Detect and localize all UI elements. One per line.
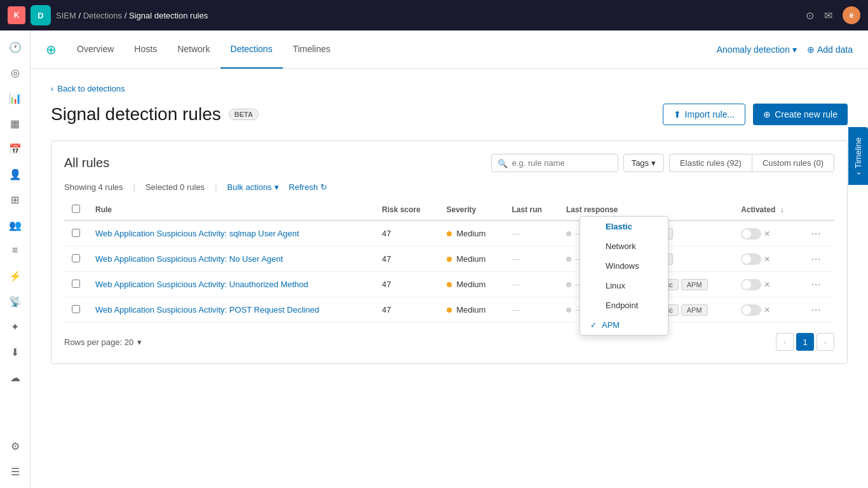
sidebar-icon-plug[interactable]: ⚡ — [4, 264, 27, 287]
rule-name-link[interactable]: Web Application Suspicious Activity: sql… — [95, 229, 299, 238]
create-new-rule-button[interactable]: ⊕ Create new rule — [753, 104, 848, 125]
rule-name-link[interactable]: Web Application Suspicious Activity: Una… — [95, 280, 308, 289]
row-checkbox[interactable] — [72, 229, 80, 237]
select-all-checkbox[interactable] — [72, 205, 80, 213]
page-1-button[interactable]: 1 — [796, 333, 814, 351]
user-avatar[interactable]: e — [843, 6, 860, 24]
sidebar-icon-circle[interactable]: ◎ — [4, 61, 27, 84]
tag-badge: APM — [681, 304, 708, 316]
activated-toggle[interactable] — [741, 228, 761, 240]
severity-indicator — [447, 257, 452, 262]
import-rule-button[interactable]: ⬆ Import rule... — [663, 104, 746, 125]
topbar: K D SIEM / Detections / Signal detection… — [0, 0, 868, 30]
sidebar-icon-calendar[interactable]: 📅 — [4, 137, 27, 160]
sidebar-icon-grid[interactable]: ⊞ — [4, 188, 27, 211]
dropdown-item[interactable]: ✓APM — [580, 315, 668, 335]
severity-column-header: Severity — [439, 200, 505, 220]
rules-card: All rules 🔍 Tags ▾ Elastic rules (92) — [51, 140, 848, 364]
dropdown-item[interactable]: Windows — [580, 256, 668, 276]
rule-count-tabs: Elastic rules (92) Custom rules (0) — [669, 154, 834, 172]
tab-network[interactable]: Network — [167, 30, 220, 69]
sidebar-icon-download[interactable]: ⬇ — [4, 341, 27, 363]
sidebar-icon-clock[interactable]: 🕐 — [4, 36, 27, 58]
dropdown-item[interactable]: Endpoint — [580, 295, 668, 315]
showing-rules-label: Showing 4 rules — [64, 182, 123, 192]
activated-toggle[interactable] — [741, 304, 761, 316]
tab-detections[interactable]: Detections — [220, 30, 283, 69]
custom-rules-tab[interactable]: Custom rules (0) — [752, 154, 834, 172]
rule-name-link[interactable]: Web Application Suspicious Activity: No … — [95, 254, 283, 264]
sidebar-icon-hub[interactable]: ✦ — [4, 315, 27, 338]
nav-tabs: Overview Hosts Network Detections Timeli… — [67, 30, 717, 69]
sidebar-icon-layers[interactable]: ≡ — [4, 239, 27, 262]
sidebar-icon-user[interactable]: 👥 — [4, 214, 27, 236]
deactivate-button[interactable]: ✕ — [764, 280, 770, 289]
toggle-knob — [742, 229, 751, 238]
tab-timelines[interactable]: Timelines — [283, 30, 341, 69]
dropdown-item[interactable]: Elastic — [580, 217, 668, 236]
risk-score-column-header: Risk score — [374, 200, 439, 220]
more-actions-button[interactable]: ⋯ — [811, 228, 822, 239]
row-checkbox[interactable] — [72, 305, 80, 313]
rows-per-page-selector[interactable]: Rows per page: 20 ▾ — [64, 337, 142, 347]
nav-header: ⊕ Overview Hosts Network Detections Time… — [31, 30, 868, 69]
page-header: Signal detection rules BETA ⬆ Import rul… — [51, 104, 848, 125]
breadcrumb-siem[interactable]: SIEM — [56, 11, 76, 20]
siem-app-icon[interactable]: D — [31, 5, 51, 25]
add-data-button[interactable]: ⊕ Add data — [807, 44, 853, 55]
chevron-left-icon: ‹ — [51, 84, 53, 93]
sidebar-icon-cloud[interactable]: ☁ — [4, 366, 27, 389]
header-actions: ⬆ Import rule... ⊕ Create new rule — [663, 104, 848, 125]
severity-indicator — [447, 231, 452, 236]
previous-page-button[interactable]: ‹ — [776, 333, 794, 351]
row-checkbox[interactable] — [72, 280, 80, 288]
import-icon: ⬆ — [674, 109, 681, 119]
back-to-detections-link[interactable]: ‹ Back to detections — [51, 84, 848, 93]
more-actions-button[interactable]: ⋯ — [811, 254, 822, 264]
sidebar-icon-chart[interactable]: 📊 — [4, 86, 27, 109]
mail-icon[interactable]: ✉ — [824, 10, 832, 22]
next-page-button[interactable]: › — [817, 333, 834, 351]
activated-toggle[interactable] — [741, 279, 761, 290]
timeline-panel[interactable]: ‹ Timeline — [848, 127, 868, 185]
rule-name-link[interactable]: Web Application Suspicious Activity: POS… — [95, 305, 319, 315]
search-input[interactable] — [491, 154, 618, 172]
tab-hosts[interactable]: Hosts — [124, 30, 167, 69]
more-actions-button[interactable]: ⋯ — [811, 279, 822, 290]
bell-icon[interactable]: ⊙ — [806, 10, 814, 22]
anomaly-detection-button[interactable]: Anomaly detection ▾ — [717, 44, 797, 55]
app-logo[interactable]: K — [8, 6, 25, 24]
dropdown-item[interactable]: Linux — [580, 276, 668, 295]
tag-badge: APM — [681, 279, 708, 290]
tags-dropdown-button[interactable]: Tags ▾ — [623, 154, 664, 172]
chevron-right-icon: ‹ — [853, 172, 863, 175]
activated-toggle[interactable] — [741, 254, 761, 265]
bulk-actions-button[interactable]: Bulk actions ▾ — [227, 182, 279, 192]
plus-icon: ⊕ — [763, 109, 771, 119]
risk-score-cell: 47 — [374, 297, 439, 323]
dropdown-item[interactable]: Network — [580, 236, 668, 256]
refresh-button[interactable]: Refresh ↻ — [289, 182, 328, 192]
elastic-rules-tab[interactable]: Elastic rules (92) — [669, 154, 752, 172]
deactivate-button[interactable]: ✕ — [764, 255, 770, 264]
more-actions-button[interactable]: ⋯ — [811, 304, 822, 315]
response-status-dot — [566, 282, 571, 287]
toggle-knob — [742, 255, 751, 264]
main-content: ⊕ Overview Hosts Network Detections Time… — [31, 30, 868, 488]
sidebar-icon-wifi[interactable]: 📡 — [4, 290, 27, 313]
sidebar-icon-person[interactable]: 👤 — [4, 163, 27, 186]
breadcrumb-detections[interactable]: Detections — [83, 11, 122, 20]
row-checkbox[interactable] — [72, 254, 80, 262]
sidebar-icon-settings[interactable]: ⚙ — [4, 435, 27, 458]
timeline-label: Timeline — [853, 137, 863, 168]
last-run-cell: — — [504, 247, 559, 272]
chevron-down-icon: ▾ — [792, 44, 797, 55]
deactivate-button[interactable]: ✕ — [764, 229, 770, 238]
sidebar-icon-table[interactable]: ▦ — [4, 112, 27, 135]
sidebar-icon-menu[interactable]: ☰ — [4, 460, 27, 483]
chevron-down-icon: ▾ — [651, 158, 656, 168]
activated-cell: ✕ — [733, 220, 803, 247]
deactivate-button[interactable]: ✕ — [764, 306, 770, 315]
dropdown-item-label: Network — [606, 241, 636, 251]
tab-overview[interactable]: Overview — [67, 30, 124, 69]
